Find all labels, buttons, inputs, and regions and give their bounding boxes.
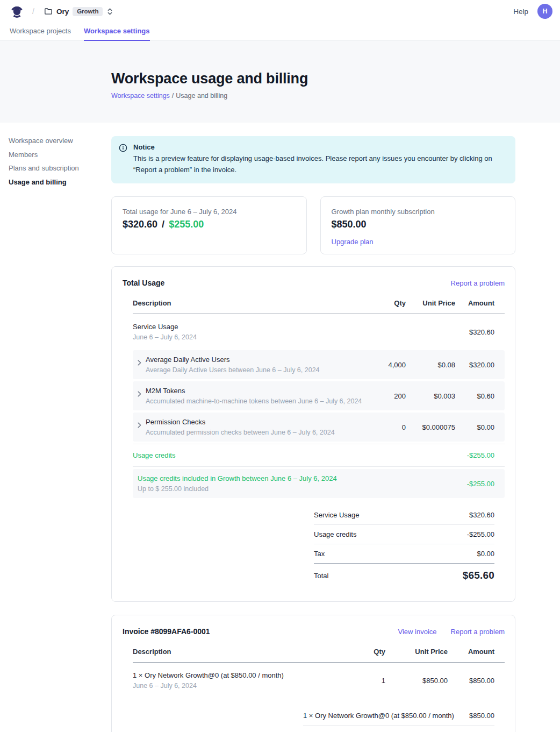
topbar-right: Help H [513,4,552,19]
chevron-right-icon[interactable] [138,356,141,366]
row-amount: $320.00 [455,361,505,369]
row-text: Average Daily Active Users Average Daily… [146,356,320,374]
upgrade-plan-link[interactable]: Upgrade plan [332,238,374,246]
col-amount: Amount [455,299,505,307]
row-qty: 4,000 [368,361,406,369]
sidebar-item-workspace-overview[interactable]: Workspace overview [9,137,100,144]
usage-card-header: Total Usage Report a problem [123,279,505,287]
total-usage-card: Total usage for June 6 – July 6, 2024 $3… [111,196,307,254]
workspace-switcher[interactable]: Ory Growth [44,7,114,16]
table-row-m2m-tokens: M2M Tokens Accumulated machine-to-machin… [133,381,505,410]
usage-card-title: Total Usage [123,279,164,287]
usage-separator: / [162,219,164,230]
stat-cards: Total usage for June 6 – July 6, 2024 $3… [111,196,515,254]
view-invoice-link[interactable]: View invoice [398,628,437,636]
row-subtitle: Accumulated permission checks between Ju… [146,429,335,436]
settings-sidebar: Workspace overview Members Plans and sub… [9,137,100,192]
row-title: Permission Checks [146,418,335,426]
plan-badge: Growth [73,7,103,16]
row-text: Permission Checks Accumulated permission… [146,418,335,436]
col-description: Description [133,299,368,307]
workspace-tab-bar: Workspace projects Workspace settings [0,23,560,41]
summary-label: Usage credits [314,530,356,538]
row-subtitle: Average Daily Active Users between June … [146,366,320,374]
invoice-card-header: Invoice #8099AFA6-0001 View invoice Repo… [123,627,505,636]
row-unit-price: $0.003 [406,392,455,400]
table-row-permission-checks: Permission Checks Accumulated permission… [133,413,505,442]
notice-title: Notice [133,143,507,151]
workspace-name: Ory [56,8,69,16]
invoice-line-item: 1 × Ory Network Growth@0 (at $850.00 / m… [133,663,505,697]
row-description: 1 × Ory Network Growth@0 (at $850.00 / m… [133,671,353,690]
chevron-right-icon[interactable] [138,418,141,428]
row-amount: -$255.00 [455,480,505,488]
table-row-usage-credits: Usage credits -$255.00 [133,444,505,467]
avatar[interactable]: H [537,4,552,19]
page-title: Workspace usage and billing [111,70,560,87]
top-bar: / Ory Growth Help H [0,0,560,23]
col-unit-price: Unit Price [406,299,455,307]
summary-label: Service Usage [314,511,360,519]
row-subtitle: Accumulated machine-to-machine tokens be… [146,397,362,405]
summary-value: -$255.00 [467,530,494,538]
sidebar-item-members[interactable]: Members [9,151,100,158]
breadcrumb-link-workspace-settings[interactable]: Workspace settings [111,92,170,100]
row-description: Average Daily Active Users Average Daily… [133,356,368,374]
invoice-table: Description Qty Unit Price Amount 1 × Or… [133,648,505,732]
breadcrumb-current: Usage and billing [176,92,227,100]
usage-table-header: Description Qty Unit Price Amount [133,299,505,314]
summary-row-line-item: 1 × Ory Network Growth@0 (at $850.00 / m… [303,706,494,726]
usage-table: Description Qty Unit Price Amount Servic… [133,299,505,587]
notice-banner: Notice This is a preview feature for dis… [111,136,515,183]
row-subtitle: Up to $ 255.00 included [138,485,337,493]
summary-row-tax: Tax $0.00 [303,726,494,732]
row-amount: $850.00 [448,677,505,685]
row-description: M2M Tokens Accumulated machine-to-machin… [133,387,368,405]
row-title: 1 × Ory Network Growth@0 (at $850.00 / m… [133,671,353,679]
usage-included-amount: $255.00 [169,219,204,230]
chevron-right-icon[interactable] [138,387,141,397]
row-text: M2M Tokens Accumulated machine-to-machin… [146,387,362,405]
invoice-title: Invoice #8099AFA6-0001 [123,627,210,636]
sidebar-item-usage-and-billing[interactable]: Usage and billing [9,179,100,186]
breadcrumb-separator: / [32,7,34,16]
table-row-service-usage: Service Usage June 6 – July 6, 2024 $320… [133,314,505,348]
row-title: Usage credits included in Growth between… [138,474,337,482]
sidebar-item-plans-and-subscription[interactable]: Plans and subscription [9,165,100,172]
row-description: Usage credits included in Growth between… [133,474,455,493]
summary-label: Total [314,572,328,580]
invoice-links: View invoice Report a problem [398,628,505,636]
summary-label: Tax [314,550,325,558]
row-qty: 1 [353,677,385,685]
plan-amount: $850.00 [332,219,505,230]
help-link[interactable]: Help [513,8,528,16]
topbar-left: / Ory Growth [10,4,113,18]
page-header: Workspace usage and billing Workspace se… [0,41,560,123]
table-row-average-daily-active-users: Average Daily Active Users Average Daily… [133,350,505,379]
row-text: Usage credits included in Growth between… [138,474,337,493]
tab-workspace-projects[interactable]: Workspace projects [10,23,71,41]
summary-value: $65.60 [463,570,494,581]
summary-row-usage-credits: Usage credits -$255.00 [314,525,494,544]
row-title: Service Usage [133,323,455,331]
col-amount: Amount [448,648,505,656]
summary-value: $0.00 [477,550,494,558]
summary-row-service-usage: Service Usage $320.60 [314,506,494,525]
info-icon [119,143,127,175]
report-a-problem-link[interactable]: Report a problem [451,279,505,287]
col-unit-price: Unit Price [385,648,448,656]
tab-workspace-settings[interactable]: Workspace settings [84,23,150,41]
ory-logo-icon[interactable] [10,4,24,18]
breadcrumb-separator: / [172,92,174,100]
row-title: Usage credits [133,451,455,459]
summary-label: 1 × Ory Network Growth@0 (at $850.00 / m… [303,712,454,720]
summary-value: $320.60 [469,511,494,519]
summary-row-total: Total $65.60 [314,563,494,587]
row-description: Permission Checks Accumulated permission… [133,418,368,436]
report-a-problem-link[interactable]: Report a problem [451,628,505,636]
table-row-usage-credits-included: Usage credits included in Growth between… [133,469,505,498]
summary-row-tax: Tax $0.00 [314,544,494,564]
total-usage-table-card: Total Usage Report a problem Description… [111,266,515,602]
row-qty: 0 [368,423,406,431]
content-layout: Workspace overview Members Plans and sub… [0,123,560,732]
